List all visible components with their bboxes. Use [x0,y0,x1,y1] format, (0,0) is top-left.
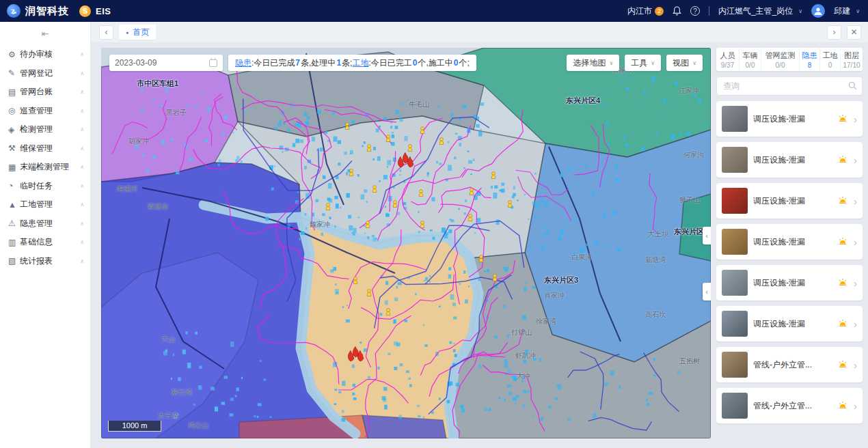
tab-vehicle[interactable]: 车辆0/0 [740,48,761,71]
chevron-up-icon: ∧ [80,89,84,95]
sidebar-item-label: 末端检测管理 [20,161,80,173]
alert-lamp-icon [837,277,848,288]
chevron-right-icon[interactable]: › [854,401,857,411]
search-input[interactable] [716,76,863,96]
date-picker[interactable] [109,55,223,71]
status-text: 条,处理中 [301,57,336,69]
hazard-card[interactable]: 调压设施-泄漏› [716,142,863,178]
hazard-thumbnail [722,106,748,132]
chevron-right-icon[interactable]: › [854,114,857,124]
gear-icon: ⚙ [8,50,20,59]
brand-area: ʑ 润智科技 S EIS [7,4,111,18]
hazard-card[interactable]: 管线-户外立管...› [716,347,863,382]
sidebar-item-site-management[interactable]: ▲工地管理∧ [0,195,90,214]
brand-name: 润智科技 [25,5,69,18]
sidebar-item-basic-info[interactable]: ▥基础信息∧ [0,233,90,252]
hazard-card[interactable]: 管线-户外立管...› [716,388,863,423]
notification-bell-icon[interactable] [673,6,681,16]
close-tab-button[interactable]: ✕ [847,25,861,40]
view-button[interactable]: 视图∨ [666,55,703,71]
tab-label: 车辆 [743,51,758,61]
tab-home[interactable]: ● 首页 [119,25,156,40]
hazard-title: 调压设施-泄漏 [753,154,832,166]
hazard-card[interactable]: 调压设施-泄漏› [716,101,863,137]
date-input[interactable] [115,58,209,68]
sidebar-item-hazard-management[interactable]: ⚠隐患管理∧ [0,214,90,234]
select-basemap-button[interactable]: 选择地图∨ [567,55,619,71]
hazard-link[interactable]: 隐患 [235,57,252,69]
app-root: ʑ 润智科技 S EIS 内江市 2 ? 内江燃气_主管_岗位 ∨ 邱建 [0,0,868,448]
tab-layer[interactable]: 图层17/10 [841,48,863,71]
ledger-icon: ▤ [8,87,20,97]
collapse-panel-handle[interactable]: ‹ [703,227,711,244]
tab-personnel[interactable]: 人员9/37 [716,48,740,71]
chevron-up-icon: ∧ [80,70,84,76]
role-selector[interactable]: 内江燃气_主管_岗位 ∨ [718,5,802,17]
sidebar-item-label: 隐患管理 [20,218,80,229]
city-name: 内江市 [627,5,652,17]
hazard-thumbnail [722,229,748,255]
hazard-card[interactable]: 调压设施-泄漏› [716,306,863,341]
chevron-right-icon[interactable]: › [854,196,857,206]
tab-count: 0/0 [746,61,755,69]
status-text: 条; [342,57,352,69]
hazard-title: 管线-户外立管... [753,359,832,371]
info-icon: ▥ [8,238,20,247]
daily-status-bar: 隐患:今日已完成7条,处理中1条; 工地:今日已完工0个,施工中0个; [228,55,476,71]
status-text: :今日已完成 [252,57,295,69]
nav-forward-button[interactable]: › [827,25,841,40]
sidebar-item-patrol[interactable]: ◎巡查管理∧ [0,102,90,121]
city-selector[interactable]: 内江市 2 [627,5,664,17]
site-link[interactable]: 工地 [352,57,368,69]
chevron-down-icon: ∨ [692,60,696,66]
hazard-thumbnail [722,270,748,296]
chevron-right-icon[interactable]: › [854,278,857,288]
hazard-card[interactable]: 调压设施-泄漏› [716,183,863,219]
tab-label: 工地 [823,51,838,61]
site-working-count: 0 [454,58,459,68]
sidebar-item-temporary-task[interactable]: ◔临时任务∧ [0,177,90,196]
chevron-right-icon[interactable]: › [854,319,857,329]
right-panel: 人员9/37 车辆0/0 管网监测0/0 隐患8 工地0 图层17/10 调压设… [716,48,863,438]
alert-lamp-icon [837,400,848,411]
tab-site[interactable]: 工地0 [820,48,841,71]
sidebar-item-terminal-detection[interactable]: ▦末端检测管理∧ [0,158,90,177]
alert-lamp-icon [837,359,848,370]
collapse-panel-handle[interactable]: ‹ [703,283,711,300]
sidebar-collapse-button[interactable]: ⇤ [0,22,90,45]
map-canvas[interactable]: 市中区车组1东兴片区4东兴片区6东兴片区3黑岩子胡家冲寿溪河双塘坊魏家冲牛毛山江… [101,48,711,438]
hazard-title: 调压设施-泄漏 [753,113,832,125]
map-scale-bar: 1000 m [108,421,161,432]
tools-button[interactable]: 工具∨ [625,55,661,71]
sidebar-item-pipeline-ledger[interactable]: ▤管网台账∧ [0,83,90,102]
sidebar-item-pipeline-register[interactable]: ✎管网登记∧ [0,64,90,83]
sidebar-item-inspection[interactable]: ◈检测管理∧ [0,120,90,139]
username[interactable]: 邱建 ∨ [834,5,860,17]
chevron-up-icon: ∧ [80,164,84,170]
city-badge: 2 [655,7,664,16]
sidebar-item-pending-review[interactable]: ⚙待办审核∧ [0,45,90,64]
chevron-right-icon[interactable]: › [854,155,857,165]
nav-back-button[interactable]: ‹ [99,25,113,40]
terminal-detection-icon: ▦ [8,163,20,172]
alert-lamp-icon [837,318,848,329]
hazard-title: 调压设施-泄漏 [753,195,832,207]
hazard-list: 调压设施-泄漏›调压设施-泄漏›调压设施-泄漏›调压设施-泄漏›调压设施-泄漏›… [716,96,863,438]
tab-count: 0 [828,61,832,69]
hazard-processing-count: 1 [336,58,341,68]
chevron-right-icon[interactable]: › [854,360,857,370]
tab-pipeline-monitor[interactable]: 管网监测0/0 [761,48,800,71]
tab-hazard[interactable]: 隐患8 [800,48,820,71]
hazard-card[interactable]: 调压设施-泄漏› [716,265,863,300]
hazard-thumbnail [722,393,748,419]
sidebar-item-maintenance[interactable]: ⚒维保管理∧ [0,139,90,158]
tab-label: 人员 [720,51,735,61]
topbar: ʑ 润智科技 S EIS 内江市 2 ? 内江燃气_主管_岗位 ∨ 邱建 [0,0,868,22]
help-icon[interactable]: ? [690,6,700,16]
avatar[interactable] [811,4,825,18]
chevron-right-icon[interactable]: › [854,237,857,247]
hazard-card[interactable]: 调压设施-泄漏› [716,224,863,260]
hazard-title: 调压设施-泄漏 [753,236,832,248]
eis-logo-icon: S [79,5,91,17]
sidebar-item-statistics-report[interactable]: ▧统计报表∧ [0,252,90,271]
